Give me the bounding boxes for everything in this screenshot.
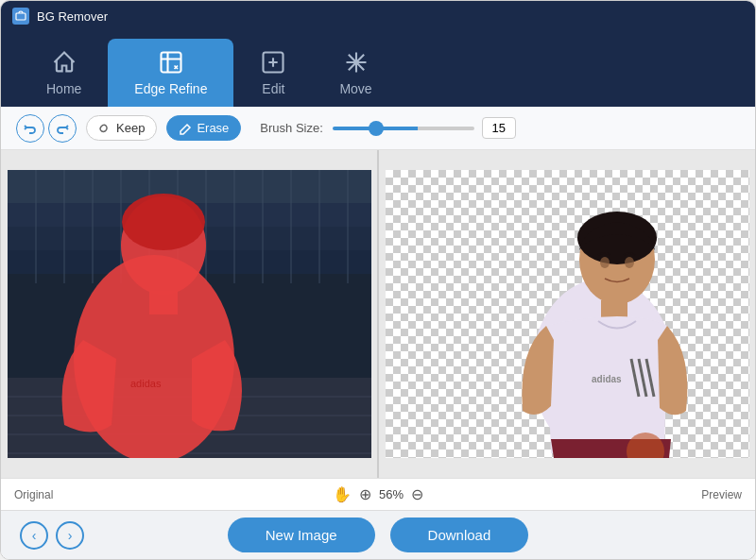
keep-label: Keep xyxy=(116,121,145,135)
prev-button[interactable]: ‹ xyxy=(20,521,48,550)
svg-text:adidas: adidas xyxy=(130,378,162,389)
svg-rect-0 xyxy=(16,13,26,20)
nav-edge-refine[interactable]: Edge Refine xyxy=(108,39,233,107)
zoom-controls: ✋ ⊕ 56% ⊖ xyxy=(333,485,423,503)
nav-edit[interactable]: Edit xyxy=(233,39,313,107)
preview-panel[interactable]: adidas xyxy=(379,150,755,478)
original-image: adidas xyxy=(8,170,371,458)
preview-image: adidas xyxy=(386,170,749,458)
download-button[interactable]: Download xyxy=(390,518,529,552)
svg-point-27 xyxy=(122,194,205,250)
preview-label: Preview xyxy=(378,488,742,501)
svg-text:adidas: adidas xyxy=(592,374,622,384)
brush-size-slider-container: 15 xyxy=(333,117,516,139)
nav-home[interactable]: Home xyxy=(20,39,108,107)
svg-point-39 xyxy=(625,257,634,268)
svg-point-38 xyxy=(600,257,610,268)
erase-button[interactable]: Erase xyxy=(166,115,241,141)
svg-rect-4 xyxy=(8,170,371,203)
nav-edit-label: Edit xyxy=(262,81,284,96)
erase-label: Erase xyxy=(197,121,229,135)
nav-edge-refine-label: Edge Refine xyxy=(134,81,207,96)
nav-move[interactable]: Move xyxy=(313,39,398,107)
undo-redo-group xyxy=(16,114,77,143)
svg-rect-1 xyxy=(161,53,180,73)
zoom-out-button[interactable]: ⊖ xyxy=(411,485,423,503)
app-icon xyxy=(12,8,29,25)
next-button[interactable]: › xyxy=(56,521,84,550)
brush-size-value: 15 xyxy=(482,117,516,139)
keep-button[interactable]: Keep xyxy=(86,115,157,141)
nav-bar: Home Edge Refine Edit Move xyxy=(1,31,755,107)
zoom-in-button[interactable]: ⊕ xyxy=(359,485,371,503)
original-panel[interactable]: adidas xyxy=(1,150,379,478)
nav-move-label: Move xyxy=(339,81,371,96)
app-window: BG Remover Home Edge Refine Edit xyxy=(0,0,756,560)
redo-button[interactable] xyxy=(48,114,77,143)
title-bar: BG Remover xyxy=(1,1,755,31)
status-bar: Original ✋ ⊕ 56% ⊖ Preview xyxy=(1,478,755,510)
zoom-level: 56% xyxy=(379,487,404,501)
canvas-area: adidas xyxy=(1,150,755,478)
app-title: BG Remover xyxy=(37,9,108,24)
toolbar: Keep Erase Brush Size: 15 xyxy=(1,107,755,150)
new-image-button[interactable]: New Image xyxy=(228,518,375,552)
svg-rect-29 xyxy=(149,291,178,314)
hand-cursor-icon[interactable]: ✋ xyxy=(333,485,352,503)
brush-size-label: Brush Size: xyxy=(260,121,322,135)
undo-button[interactable] xyxy=(16,114,44,143)
bottom-bar: ‹ › New Image Download xyxy=(1,510,755,559)
nav-home-label: Home xyxy=(46,81,81,96)
brush-size-slider[interactable] xyxy=(333,127,474,130)
original-label: Original xyxy=(14,488,378,501)
